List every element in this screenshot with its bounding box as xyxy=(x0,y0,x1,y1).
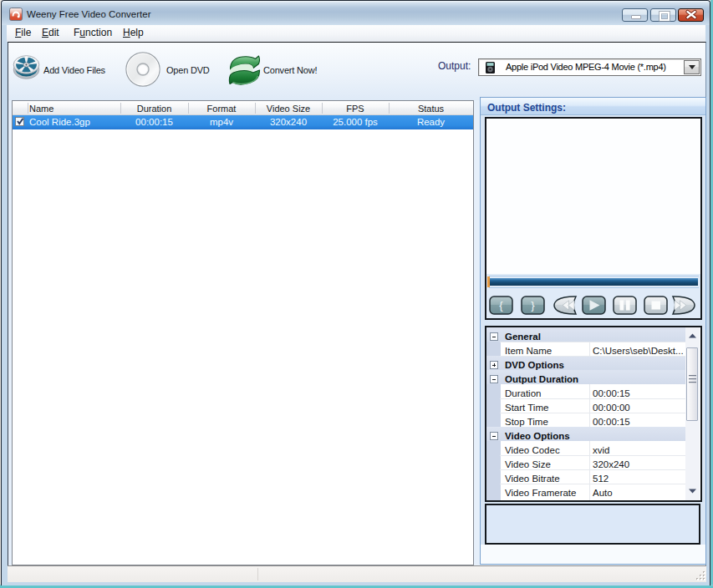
svg-text:{: { xyxy=(499,299,503,312)
svg-text:}: } xyxy=(531,299,535,312)
